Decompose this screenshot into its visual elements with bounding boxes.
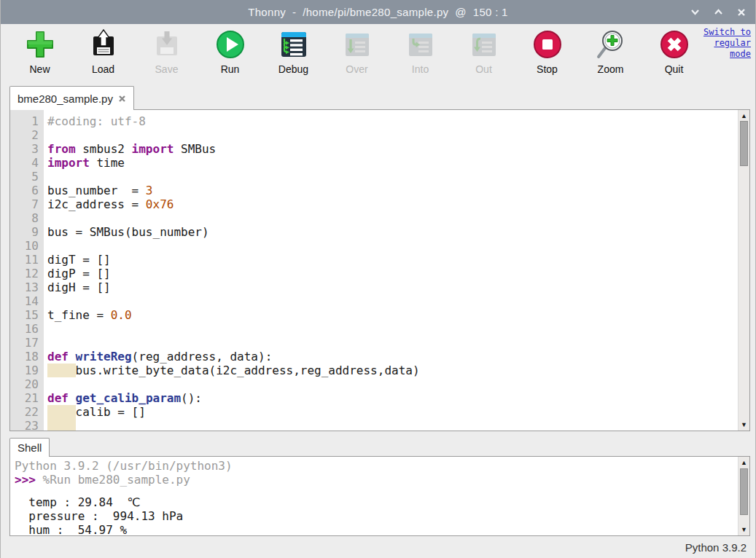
shell-line: temp : 29.84 ℃: [15, 495, 738, 509]
step-into-icon: [404, 28, 437, 61]
maximize-icon[interactable]: [712, 6, 725, 19]
code-text: import time: [44, 156, 125, 170]
toolbar: NewLoadSaveRunDebugOverIntoOutStopZoomQu…: [1, 24, 755, 84]
shell-line: hum : 54.97 %: [15, 523, 738, 536]
shell-line: [15, 487, 738, 495]
editor-line: 20: [10, 377, 738, 391]
toolbar-button-debug[interactable]: Debug: [262, 24, 325, 75]
shell-line: Python 3.9.2 (/usr/bin/python3): [15, 459, 738, 473]
line-number: 2: [10, 128, 44, 142]
code-text: def get_calib_param():: [44, 391, 202, 405]
line-number: 1: [10, 114, 44, 128]
zoom-magnifier-icon: [594, 28, 628, 61]
quit-x-icon: [658, 28, 691, 61]
toolbar-button-stop[interactable]: Stop: [515, 24, 579, 75]
line-number: 12: [10, 267, 44, 280]
editor-line: 15t_fine = 0.0: [10, 308, 738, 322]
code-text: [44, 128, 47, 142]
toolbar-button-label: New: [29, 63, 50, 75]
scroll-down-icon[interactable]: ▼: [739, 420, 749, 430]
code-text: [44, 170, 47, 184]
code-editor[interactable]: 1#coding: utf-823from smbus2 import SMBu…: [9, 109, 750, 431]
editor-line: 18def writeReg(reg_address, data):: [10, 350, 738, 364]
editor-line: 6bus_number = 3: [10, 184, 738, 197]
toolbar-button-new[interactable]: New: [8, 24, 71, 75]
shell-line: pressure : 994.13 hPa: [15, 509, 738, 523]
shell-tab-label: Shell: [17, 441, 42, 454]
shell-panel[interactable]: Python 3.9.2 (/usr/bin/python3)>>> %Run …: [9, 456, 750, 536]
code-text: [44, 211, 47, 225]
toolbar-buttons: NewLoadSaveRunDebugOverIntoOutStopZoomQu…: [8, 24, 706, 75]
editor-line: 22 calib = []: [10, 405, 738, 419]
editor-line: 23: [10, 419, 738, 431]
code-text: bus_number = 3: [44, 184, 153, 197]
code-text: digH = []: [44, 280, 111, 294]
minimize-icon[interactable]: [688, 6, 701, 19]
line-number: 22: [10, 405, 44, 419]
editor-lines: 1#coding: utf-823from smbus2 import SMBu…: [10, 110, 738, 431]
line-number: 14: [10, 294, 44, 308]
editor-line: 9bus = SMBus(bus_number): [10, 225, 738, 239]
scroll-up-icon[interactable]: ▲: [739, 457, 749, 468]
code-text: [44, 239, 47, 253]
editor-line: 13digH = []: [10, 280, 738, 294]
toolbar-button-run[interactable]: Run: [198, 24, 262, 75]
code-text: [44, 322, 47, 336]
toolbar-button-quit[interactable]: Quit: [642, 24, 706, 75]
toolbar-button-label: Out: [475, 63, 492, 75]
editor-line: 1#coding: utf-8: [10, 114, 738, 128]
tab-bme280-sample[interactable]: bme280_sample.py: [9, 86, 134, 110]
tab-close-icon[interactable]: [118, 95, 126, 103]
line-number: 7: [10, 197, 44, 211]
shell-scrollbar-thumb[interactable]: [740, 468, 748, 515]
line-number: 19: [10, 364, 44, 377]
editor-line: 7i2c_address = 0x76: [10, 197, 738, 211]
editor-line: 19 bus.write_byte_data(i2c_address,reg_a…: [10, 364, 738, 377]
editor-line: 5: [10, 170, 738, 184]
editor-line: 2: [10, 128, 738, 142]
line-number: 9: [10, 225, 44, 239]
editor-line: 8: [10, 211, 738, 225]
toolbar-button-label: Quit: [665, 63, 684, 75]
code-text: [44, 294, 47, 308]
line-number: 11: [10, 253, 44, 267]
code-text: bus = SMBus(bus_number): [44, 225, 209, 239]
line-number: 15: [10, 308, 44, 322]
code-text: digP = []: [44, 267, 111, 280]
line-number: 8: [10, 211, 44, 225]
toolbar-button-zoom[interactable]: Zoom: [579, 24, 642, 75]
code-text: t_fine = 0.0: [44, 308, 132, 322]
tab-shell[interactable]: Shell: [9, 438, 50, 457]
editor-tabstrip: bme280_sample.py: [1, 84, 755, 109]
line-number: 17: [10, 336, 44, 350]
scroll-up-icon[interactable]: ▲: [739, 111, 749, 121]
editor-line: 21def get_calib_param():: [10, 391, 738, 405]
stop-square-icon: [531, 28, 564, 61]
code-text: #coding: utf-8: [44, 114, 146, 128]
toolbar-button-load[interactable]: Load: [71, 24, 135, 75]
line-number: 13: [10, 280, 44, 294]
code-text: i2c_address = 0x76: [44, 197, 174, 211]
close-icon[interactable]: [735, 6, 748, 19]
run-play-icon: [214, 28, 247, 61]
editor-scrollbar-thumb[interactable]: [740, 121, 748, 166]
load-floppy-up-icon: [87, 28, 120, 61]
line-number: 4: [10, 156, 44, 170]
scroll-down-icon[interactable]: ▼: [739, 524, 749, 535]
line-number: 18: [10, 350, 44, 364]
step-out-icon: [467, 28, 501, 61]
shell-scrollbar[interactable]: ▲ ▼: [738, 457, 749, 535]
toolbar-button-label: Save: [155, 63, 179, 75]
switch-mode-link[interactable]: Switch to regular mode: [698, 27, 751, 60]
editor-scrollbar[interactable]: ▲ ▼: [738, 110, 749, 431]
toolbar-button-label: Into: [412, 63, 429, 75]
line-number: 21: [10, 391, 44, 405]
save-floppy-down-icon: [150, 28, 184, 61]
editor-line: 10: [10, 239, 738, 253]
thonny-window: Thonny - /home/pi/bme280_sample.py @ 150…: [0, 0, 756, 558]
toolbar-button-label: Over: [346, 63, 367, 75]
toolbar-button-label: Zoom: [598, 63, 624, 75]
window-controls: [688, 0, 748, 24]
code-text: from smbus2 import SMBus: [44, 142, 216, 156]
code-text: bus.write_byte_data(i2c_address,reg_addr…: [44, 364, 420, 377]
